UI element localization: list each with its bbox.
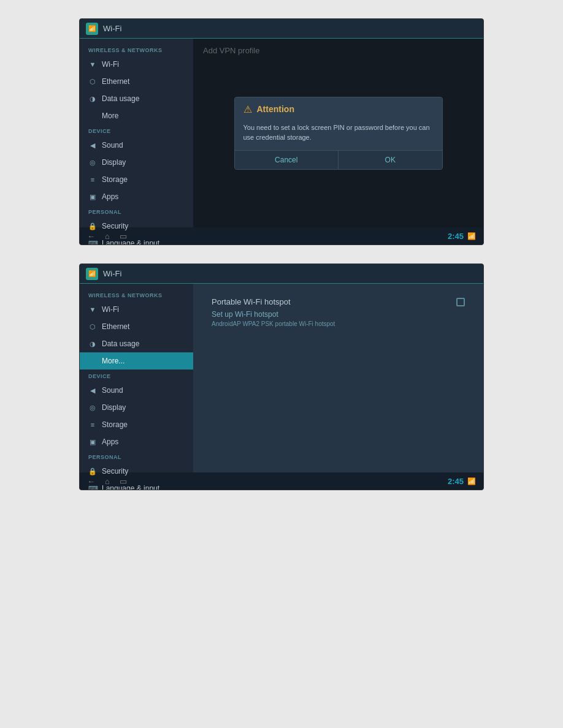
sidebar-item-ethernet-label-2: Ethernet bbox=[102, 322, 129, 331]
sidebar-item-more-label-1: More bbox=[102, 112, 118, 120]
sidebar-item-display-2[interactable]: ◎ Display bbox=[80, 399, 193, 416]
section-label-wireless-1: WIRELESS & NETWORKS bbox=[80, 44, 193, 56]
back-button-2[interactable]: ← bbox=[87, 477, 95, 486]
sidebar-item-apps-2[interactable]: ▣ Apps bbox=[80, 433, 193, 450]
sidebar-item-sound-2[interactable]: ◀ Sound bbox=[80, 382, 193, 399]
sidebar-item-data-usage-label-2: Data usage bbox=[102, 339, 139, 348]
wifi-sidebar-icon-2: ▼ bbox=[88, 306, 97, 313]
hotspot-title: Portable Wi-Fi hotspot bbox=[212, 297, 291, 306]
page-wrapper: 📶 Wi-Fi WIRELESS & NETWORKS ▼ Wi-Fi ⬡ Et… bbox=[0, 0, 563, 728]
sidebar-item-storage-label-1: Storage bbox=[102, 175, 128, 184]
top-bar-2: 📶 Wi-Fi bbox=[80, 264, 483, 284]
section-label-personal-1: PERSONAL bbox=[80, 205, 193, 218]
sidebar-item-apps-label-1: Apps bbox=[102, 192, 118, 201]
home-button-2[interactable]: ⌂ bbox=[105, 477, 110, 486]
data-usage-sidebar-icon-2: ◑ bbox=[88, 340, 97, 348]
sidebar-item-wifi-1[interactable]: ▼ Wi-Fi bbox=[80, 56, 193, 73]
top-bar-title-1: Wi-Fi bbox=[103, 24, 121, 33]
sidebar-item-sound-1[interactable]: ◀ Sound bbox=[80, 137, 193, 154]
dialog-title: Attention bbox=[257, 104, 294, 114]
sidebar-item-storage-label-2: Storage bbox=[102, 420, 128, 429]
home-button-1[interactable]: ⌂ bbox=[105, 232, 110, 241]
main-layout-1: WIRELESS & NETWORKS ▼ Wi-Fi ⬡ Ethernet ◑… bbox=[80, 39, 483, 227]
sidebar-item-storage-2[interactable]: ≡ Storage bbox=[80, 416, 193, 433]
sidebar-item-wifi-label-2: Wi-Fi bbox=[102, 305, 119, 314]
section-label-wireless-2: WIRELESS & NETWORKS bbox=[80, 289, 193, 301]
display-sidebar-icon-1: ◎ bbox=[88, 159, 97, 167]
apps-sidebar-icon-2: ▣ bbox=[88, 438, 97, 446]
sidebar-item-apps-label-2: Apps bbox=[102, 438, 118, 446]
sidebar-item-security-label-2: Security bbox=[102, 467, 128, 476]
bottom-nav-left-1: ← ⌂ ▭ bbox=[87, 232, 127, 241]
dialog-header: ⚠ Attention bbox=[235, 97, 442, 120]
ethernet-sidebar-icon-2: ⬡ bbox=[88, 323, 97, 331]
sidebar-item-display-1[interactable]: ◎ Display bbox=[80, 154, 193, 171]
dialog-overlay-1: ⚠ Attention You need to set a lock scree… bbox=[193, 39, 483, 227]
bottom-nav-left-2: ← ⌂ ▭ bbox=[87, 477, 127, 486]
sidebar-item-security-label-1: Security bbox=[102, 222, 128, 230]
recents-button-1[interactable]: ▭ bbox=[120, 232, 127, 241]
screenshot-1: 📶 Wi-Fi WIRELESS & NETWORKS ▼ Wi-Fi ⬡ Et… bbox=[79, 18, 484, 245]
security-sidebar-icon-2: 🔒 bbox=[88, 468, 97, 476]
back-button-1[interactable]: ← bbox=[87, 232, 95, 241]
apps-sidebar-icon-1: ▣ bbox=[88, 193, 97, 201]
sidebar-item-wifi-label-1: Wi-Fi bbox=[102, 60, 119, 69]
top-bar-1: 📶 Wi-Fi bbox=[80, 19, 483, 39]
security-sidebar-icon-1: 🔒 bbox=[88, 222, 97, 230]
content-area-2: Portable Wi-Fi hotspot Set up Wi-Fi hots… bbox=[193, 284, 483, 472]
sidebar-item-apps-1[interactable]: ▣ Apps bbox=[80, 188, 193, 205]
cancel-button[interactable]: Cancel bbox=[235, 151, 339, 169]
recents-button-2[interactable]: ▭ bbox=[120, 477, 127, 486]
sidebar-item-storage-1[interactable]: ≡ Storage bbox=[80, 171, 193, 188]
sidebar-item-ethernet-label-1: Ethernet bbox=[102, 77, 129, 86]
sidebar-item-data-usage-label-1: Data usage bbox=[102, 94, 139, 103]
dialog-buttons: Cancel OK bbox=[235, 150, 442, 169]
sidebar-item-display-label-1: Display bbox=[102, 158, 126, 167]
sidebar-item-sound-label-1: Sound bbox=[102, 141, 123, 150]
clock-2: 2:45 bbox=[448, 477, 464, 486]
display-sidebar-icon-2: ◎ bbox=[88, 404, 97, 412]
dialog-body: You need to set a lock screen PIN or pas… bbox=[235, 120, 442, 150]
signal-icon-2: 📶 bbox=[467, 477, 476, 485]
ethernet-sidebar-icon-1: ⬡ bbox=[88, 78, 97, 86]
sidebar-item-ethernet-1[interactable]: ⬡ Ethernet bbox=[80, 73, 193, 90]
section-label-device-2: DEVICE bbox=[80, 370, 193, 382]
sidebar-item-wifi-2[interactable]: ▼ Wi-Fi bbox=[80, 301, 193, 318]
setup-desc: AndroidAP WPA2 PSK portable Wi-Fi hotspo… bbox=[212, 320, 465, 327]
hotspot-row: Portable Wi-Fi hotspot bbox=[212, 297, 465, 306]
warning-icon: ⚠ bbox=[243, 104, 252, 115]
screenshot-2: 📶 Wi-Fi WIRELESS & NETWORKS ▼ Wi-Fi ⬡ Et… bbox=[79, 264, 484, 490]
content-area-1: Add VPN profile ⚠ Attention You need to … bbox=[193, 39, 483, 227]
sidebar-item-more-1[interactable]: More bbox=[80, 107, 193, 124]
sidebar-2: WIRELESS & NETWORKS ▼ Wi-Fi ⬡ Ethernet ◑… bbox=[80, 284, 193, 472]
sidebar-item-more-label-2: More... bbox=[102, 357, 124, 365]
attention-dialog: ⚠ Attention You need to set a lock scree… bbox=[234, 97, 443, 170]
top-bar-title-2: Wi-Fi bbox=[103, 269, 121, 278]
sidebar-item-display-label-2: Display bbox=[102, 403, 126, 412]
wifi-icon-2: 📶 bbox=[86, 268, 98, 280]
signal-icon-1: 📶 bbox=[467, 232, 476, 240]
section-label-personal-2: PERSONAL bbox=[80, 450, 193, 463]
sidebar-item-sound-label-2: Sound bbox=[102, 386, 123, 395]
sidebar-item-ethernet-2[interactable]: ⬡ Ethernet bbox=[80, 318, 193, 335]
clock-1: 2:45 bbox=[448, 232, 464, 241]
wifi-icon-1: 📶 bbox=[86, 23, 98, 35]
hotspot-content: Portable Wi-Fi hotspot Set up Wi-Fi hots… bbox=[203, 291, 473, 333]
sidebar-item-data-usage-2[interactable]: ◑ Data usage bbox=[80, 335, 193, 352]
section-label-device-1: DEVICE bbox=[80, 124, 193, 137]
storage-sidebar-icon-1: ≡ bbox=[88, 176, 97, 183]
sidebar-item-more-2[interactable]: More... bbox=[80, 352, 193, 370]
ok-button[interactable]: OK bbox=[339, 151, 442, 169]
sidebar-item-data-usage-1[interactable]: ◑ Data usage bbox=[80, 90, 193, 107]
wifi-sidebar-icon-1: ▼ bbox=[88, 61, 97, 68]
sound-sidebar-icon-2: ◀ bbox=[88, 387, 97, 395]
main-layout-2: WIRELESS & NETWORKS ▼ Wi-Fi ⬡ Ethernet ◑… bbox=[80, 284, 483, 472]
data-usage-sidebar-icon-1: ◑ bbox=[88, 95, 97, 103]
hotspot-checkbox[interactable] bbox=[456, 298, 465, 306]
sidebar-1: WIRELESS & NETWORKS ▼ Wi-Fi ⬡ Ethernet ◑… bbox=[80, 39, 193, 227]
storage-sidebar-icon-2: ≡ bbox=[88, 421, 97, 428]
setup-title[interactable]: Set up Wi-Fi hotspot bbox=[212, 310, 465, 319]
sound-sidebar-icon-1: ◀ bbox=[88, 142, 97, 150]
